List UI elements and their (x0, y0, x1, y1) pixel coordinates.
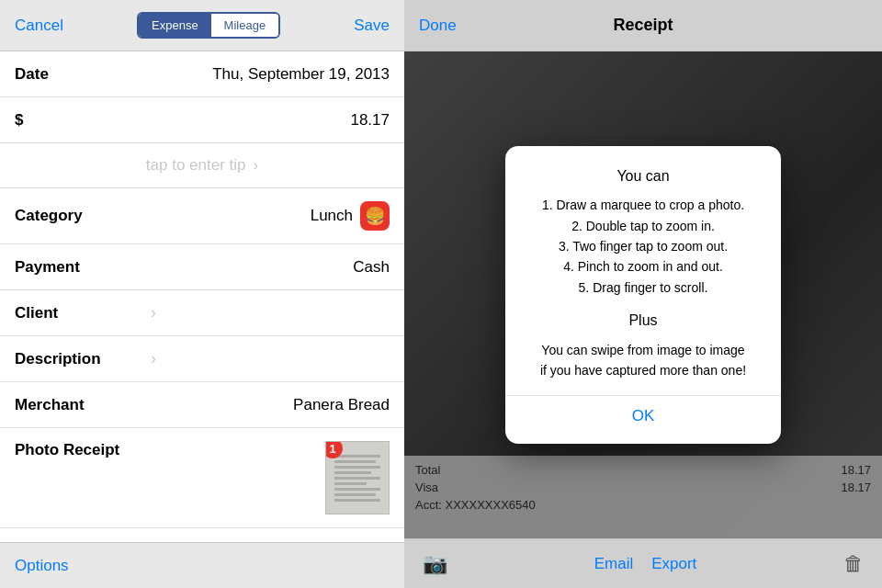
client-row[interactable]: Client › (0, 290, 404, 336)
dollar-label: $ (15, 111, 23, 130)
expense-segment[interactable]: Expense (139, 14, 211, 37)
right-footer-center: Email Export (594, 555, 697, 573)
receipt-background[interactable]: Total 18.17 Visa 18.17 Acct: XXXXXXXX654… (404, 51, 882, 538)
dialog-instruction-3: 3. Two finger tap to zoom out. (524, 236, 763, 256)
tip-placeholder: tap to enter tip (146, 156, 246, 175)
payment-label: Payment (15, 258, 143, 277)
dialog-instruction-2: 2. Double tap to zoom in. (524, 216, 763, 236)
merchant-label: Merchant (15, 396, 143, 414)
save-button[interactable]: Save (354, 17, 390, 35)
photo-receipt-label: Photo Receipt (15, 441, 143, 459)
client-chevron-icon: › (151, 303, 156, 322)
payment-value: Cash (143, 258, 390, 277)
trash-icon[interactable]: 🗑 (843, 552, 864, 576)
date-value: Thu, September 19, 2013 (143, 65, 390, 84)
left-footer: Options (0, 542, 404, 588)
dialog-instruction-1: 1. Draw a marquee to crop a photo. (524, 195, 763, 215)
options-button[interactable]: Options (15, 557, 69, 575)
description-chevron-icon: › (151, 349, 156, 368)
tip-chevron-icon: › (254, 156, 259, 175)
merchant-row: Merchant Panera Bread (0, 382, 404, 428)
dialog-box: You can 1. Draw a marquee to crop a phot… (505, 146, 781, 445)
amount-row: $ 18.17 (0, 97, 404, 143)
merchant-value: Panera Bread (143, 396, 390, 414)
amount-value: 18.17 (27, 111, 390, 130)
dialog-extra-text: You can swipe from image to imageif you … (524, 340, 763, 381)
right-footer: 📷 Email Export 🗑 (404, 538, 882, 588)
category-label: Category (15, 207, 143, 225)
done-button[interactable]: Done (419, 17, 457, 35)
photo-receipt-thumbnail[interactable]: 1 (325, 441, 390, 514)
dialog-plus-label: Plus (524, 309, 763, 333)
category-value: Lunch (143, 207, 353, 225)
payment-row: Payment Cash (0, 244, 404, 290)
email-button[interactable]: Email (594, 555, 634, 573)
dialog-ok-button[interactable]: OK (524, 396, 763, 425)
date-row: Date Thu, September 19, 2013 (0, 51, 404, 97)
client-label: Client (15, 304, 143, 322)
description-label: Description (15, 350, 143, 368)
dialog-instruction-5: 5. Drag finger to scroll. (524, 277, 763, 298)
photo-receipt-row[interactable]: Photo Receipt 1 (0, 428, 404, 528)
left-panel: Cancel Expense Mileage Save Date Thu, Se… (0, 0, 404, 588)
date-label: Date (15, 65, 143, 84)
export-button[interactable]: Export (651, 555, 696, 573)
right-panel: Done Receipt Total 18.17 Visa 18.17 Acct… (404, 0, 882, 588)
dialog-overlay: You can 1. Draw a marquee to crop a phot… (404, 51, 882, 538)
dialog-body: You can 1. Draw a marquee to crop a phot… (524, 164, 763, 381)
category-icon: 🍔 (360, 201, 390, 231)
cancel-button[interactable]: Cancel (15, 17, 63, 35)
camera-icon[interactable]: 📷 (423, 552, 447, 576)
description-row[interactable]: Description › (0, 336, 404, 382)
tip-row[interactable]: tap to enter tip › (0, 143, 404, 188)
left-header: Cancel Expense Mileage Save (0, 0, 404, 51)
form-area: Date Thu, September 19, 2013 $ 18.17 tap… (0, 51, 404, 542)
right-header: Done Receipt (404, 0, 882, 51)
dialog-intro: You can (524, 164, 763, 188)
segment-control: Expense Mileage (137, 12, 280, 39)
receipt-title: Receipt (613, 16, 673, 35)
category-row: Category Lunch 🍔 (0, 188, 404, 244)
dialog-instruction-4: 4. Pinch to zoom in and out. (524, 256, 763, 277)
mileage-segment[interactable]: Mileage (211, 14, 279, 37)
